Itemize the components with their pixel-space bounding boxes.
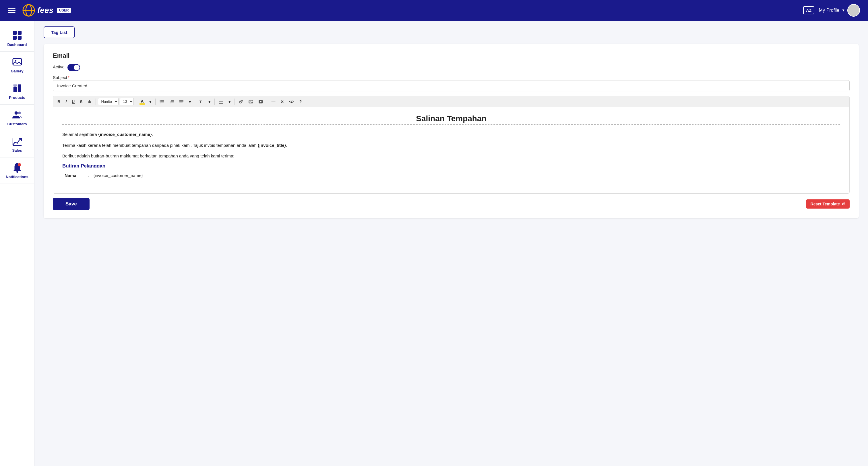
toolbar-help[interactable]: ? xyxy=(298,98,304,105)
active-label: Active xyxy=(53,64,65,69)
nama-value: {invoice_customer_name} xyxy=(92,172,145,178)
toolbar-image[interactable] xyxy=(247,98,255,105)
toolbar-font-size[interactable]: 13 xyxy=(120,98,134,105)
toolbar-strikethrough[interactable]: S xyxy=(78,98,84,105)
table-icon xyxy=(219,100,223,104)
main-content: Tag List Email Active Subject* B I xyxy=(34,21,868,466)
logo-area: fees USER xyxy=(22,4,71,17)
save-button[interactable]: Save xyxy=(53,198,90,210)
editor-container: B I U S Nunito 13 A xyxy=(53,96,849,194)
eraser-icon xyxy=(88,100,92,104)
toolbar-text-color[interactable]: A xyxy=(138,98,146,105)
required-marker: * xyxy=(68,75,69,80)
toolbar-ordered-list[interactable]: 123 xyxy=(167,98,176,105)
toolbar-font-family[interactable]: Nunito xyxy=(98,98,119,105)
logo-icon xyxy=(22,4,35,17)
reset-icon: ↺ xyxy=(842,202,845,206)
toolbar-align-dropdown[interactable]: ▾ xyxy=(187,98,193,105)
toolbar-align[interactable] xyxy=(177,98,186,105)
nama-colon: : xyxy=(86,172,91,178)
toolbar-divider-3 xyxy=(155,98,156,105)
toolbar-bold[interactable]: B xyxy=(55,98,62,105)
svg-rect-4 xyxy=(18,31,21,35)
toolbar-eraser[interactable] xyxy=(86,98,94,105)
email-card: Email Active Subject* B I U S xyxy=(43,44,859,219)
toolbar-table[interactable] xyxy=(217,98,225,105)
hamburger-menu[interactable] xyxy=(8,8,16,13)
toolbar-color-dropdown[interactable]: ▾ xyxy=(147,98,153,105)
svg-rect-5 xyxy=(12,36,17,40)
svg-point-12 xyxy=(14,112,18,115)
active-toggle[interactable] xyxy=(67,64,80,71)
user-badge: USER xyxy=(57,8,71,13)
sidebar-label-notifications: Notifications xyxy=(6,175,28,179)
toolbar-remove-format[interactable]: ✕ xyxy=(278,98,286,105)
sidebar-item-customers[interactable]: Customers xyxy=(0,105,34,131)
customers-icon xyxy=(12,109,23,120)
sidebar-label-customers: Customers xyxy=(7,122,27,126)
sidebar-item-products[interactable]: Products xyxy=(0,78,34,105)
active-row: Active xyxy=(53,64,849,71)
toggle-thumb xyxy=(74,65,80,70)
nama-label: Nama xyxy=(63,172,86,178)
toolbar-code[interactable]: </> xyxy=(287,98,296,105)
text-style-icon: T xyxy=(199,100,203,104)
gallery-icon xyxy=(12,56,23,67)
toolbar-hr[interactable]: — xyxy=(269,98,277,105)
toolbar-table-dropdown[interactable]: ▾ xyxy=(226,98,232,105)
profile-menu[interactable]: My Profile ▼ xyxy=(819,4,860,17)
svg-point-17 xyxy=(18,163,21,166)
color-bar xyxy=(140,104,145,105)
svg-point-16 xyxy=(17,171,18,173)
toolbar-italic[interactable]: I xyxy=(63,98,69,105)
toolbar-text-style[interactable]: T xyxy=(197,98,205,105)
align-icon xyxy=(179,100,184,104)
unordered-list-icon xyxy=(160,100,164,104)
email-p1: Terima kasih kerana telah membuat tempah… xyxy=(62,142,840,149)
toolbar-divider-1 xyxy=(96,98,96,105)
toolbar-divider-5 xyxy=(214,98,215,105)
products-icon xyxy=(12,83,23,94)
subject-input[interactable] xyxy=(53,80,849,91)
svg-text:3: 3 xyxy=(169,102,170,104)
language-toggle[interactable]: AZ xyxy=(803,6,814,14)
bottom-bar: Save Reset Template ↺ xyxy=(53,198,849,210)
toolbar-underline[interactable]: U xyxy=(70,98,76,105)
svg-point-23 xyxy=(160,100,161,101)
svg-rect-3 xyxy=(12,31,17,35)
editor-body[interactable]: Salinan Tempahan Selamat sejahtera {invo… xyxy=(53,107,849,193)
sidebar-item-gallery[interactable]: Gallery xyxy=(0,52,34,78)
svg-rect-39 xyxy=(249,100,253,103)
profile-label: My Profile xyxy=(819,8,839,13)
link-icon xyxy=(239,100,243,104)
sidebar-label-products: Products xyxy=(9,95,25,100)
customer-nama-row: Nama : {invoice_customer_name} xyxy=(63,172,145,178)
toolbar-unordered-list[interactable] xyxy=(158,98,166,105)
toolbar-link[interactable] xyxy=(237,98,245,105)
svg-point-13 xyxy=(18,112,21,115)
toolbar-divider-7 xyxy=(267,98,267,105)
tag-list-button[interactable]: Tag List xyxy=(43,26,74,38)
notifications-icon xyxy=(12,162,23,173)
avatar[interactable] xyxy=(847,4,860,17)
subject-label: Subject* xyxy=(53,75,69,80)
sidebar-item-notifications[interactable]: Notifications xyxy=(0,157,34,184)
email-p2: Berikut adalah butiran-butiran maklumat … xyxy=(62,152,840,160)
toolbar-text-style-dropdown[interactable]: ▾ xyxy=(206,98,212,105)
svg-rect-6 xyxy=(18,36,21,40)
email-greeting: Selamat sejahtera {invoice_customer_name… xyxy=(62,131,840,138)
email-heading: Salinan Tempahan xyxy=(62,114,840,123)
svg-rect-9 xyxy=(13,86,17,92)
sidebar-item-dashboard[interactable]: Dashboard xyxy=(0,25,34,52)
color-a-label: A xyxy=(141,99,144,104)
toolbar-divider-2 xyxy=(136,98,136,105)
sidebar-item-sales[interactable]: Sales xyxy=(0,131,34,157)
reset-template-button[interactable]: Reset Template ↺ xyxy=(806,199,849,209)
toolbar-divider-6 xyxy=(235,98,235,105)
sidebar-label-sales: Sales xyxy=(12,148,22,152)
chevron-down-icon: ▼ xyxy=(842,8,845,12)
embed-icon xyxy=(258,100,263,104)
toolbar-embed[interactable] xyxy=(256,98,265,105)
sidebar: Dashboard Gallery Products xyxy=(0,21,34,466)
ordered-list-icon: 123 xyxy=(169,100,174,104)
